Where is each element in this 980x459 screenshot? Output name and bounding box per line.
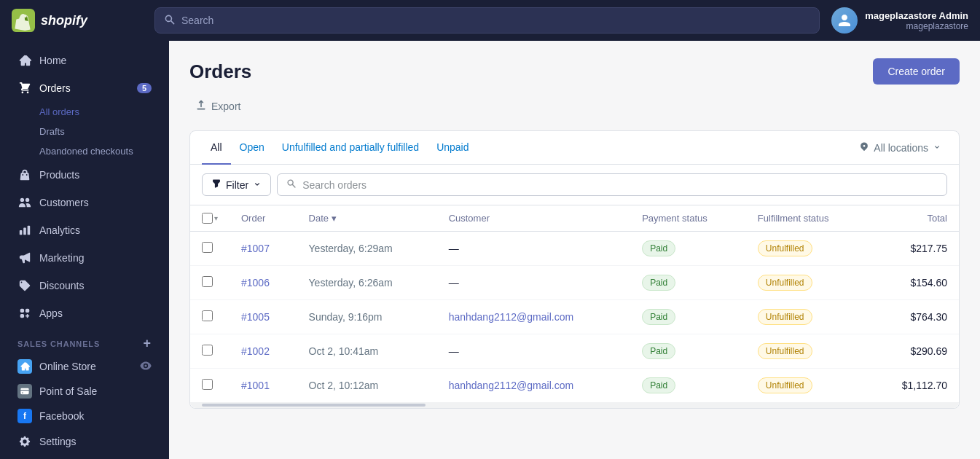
chevron-down-icon — [933, 142, 941, 154]
row-payment-status: Paid — [630, 300, 746, 334]
logo-text: shopify — [41, 13, 87, 28]
sidebar-item-marketing-label: Marketing — [39, 252, 84, 264]
analytics-icon — [17, 223, 32, 238]
tab-unfulfilled[interactable]: Unfulfilled and partially fulfilled — [273, 131, 428, 165]
row-checkbox-cell — [190, 232, 230, 266]
sidebar-item-home-label: Home — [39, 55, 66, 66]
row-checkbox[interactable] — [202, 276, 213, 287]
user-info: mageplazastore Admin mageplazastore — [865, 10, 968, 31]
th-order: Order — [230, 205, 297, 232]
sidebar-item-products[interactable]: Products — [6, 162, 163, 188]
online-store-settings-icon[interactable] — [140, 360, 152, 374]
sidebar-item-analytics[interactable]: Analytics — [6, 217, 163, 243]
table-row: #1001 Oct 2, 10:12am hanhdang2112@gmail.… — [190, 369, 959, 403]
order-link[interactable]: #1002 — [241, 345, 270, 357]
row-customer-empty: — — [449, 243, 459, 254]
location-pin-icon — [859, 141, 869, 154]
search-bar[interactable] — [154, 7, 820, 34]
sidebar-item-orders-label: Orders — [39, 82, 71, 94]
sidebar-item-home[interactable]: Home — [6, 47, 163, 74]
filter-icon — [211, 178, 222, 191]
select-all-chevron[interactable]: ▾ — [214, 214, 218, 222]
export-label: Export — [211, 101, 240, 112]
sidebar-item-settings[interactable]: Settings — [6, 428, 163, 455]
row-checkbox[interactable] — [202, 345, 213, 356]
tab-open[interactable]: Open — [231, 131, 273, 165]
page-header: Orders Create order — [189, 58, 960, 85]
sort-icon: ▾ — [332, 213, 337, 224]
row-date-text: Oct 2, 10:41am — [309, 345, 379, 357]
select-all-checkbox[interactable] — [202, 213, 213, 224]
row-checkbox[interactable] — [202, 242, 213, 253]
row-order: #1006 — [230, 266, 297, 300]
main-content: Orders Create order Export All Open — [169, 41, 980, 459]
tab-all[interactable]: All — [202, 131, 231, 165]
sales-channels-section-label: SALES CHANNELS + — [0, 327, 169, 354]
row-fulfillment-status: Unfulfilled — [746, 266, 869, 300]
row-date-text: Sunday, 9:16pm — [309, 311, 383, 323]
discounts-icon — [17, 278, 32, 293]
logo[interactable]: shopify — [12, 9, 143, 32]
sidebar-sub-item-all-orders[interactable]: All orders — [6, 103, 163, 121]
row-fulfillment-status: Unfulfilled — [746, 300, 869, 334]
row-fulfillment-status: Unfulfilled — [746, 232, 869, 266]
home-icon — [17, 53, 32, 68]
row-order: #1001 — [230, 369, 297, 403]
search-orders-input[interactable] — [302, 179, 938, 191]
row-total: $154.60 — [869, 266, 959, 300]
order-link[interactable]: #1007 — [241, 243, 270, 254]
sidebar-item-online-store[interactable]: Online Store — [6, 355, 163, 378]
customer-link[interactable]: hanhdang2112@gmail.com — [449, 380, 573, 391]
fulfillment-status-badge: Unfulfilled — [758, 377, 812, 393]
scroll-bar — [202, 404, 426, 407]
row-total: $1,112.70 — [869, 369, 959, 403]
row-customer: hanhdang2112@gmail.com — [437, 300, 631, 334]
search-orders-container[interactable] — [277, 173, 947, 196]
sidebar-sub-item-abandoned[interactable]: Abandoned checkouts — [6, 142, 163, 160]
search-icon — [164, 14, 176, 28]
row-total: $217.75 — [869, 232, 959, 266]
add-sales-channel-icon[interactable]: + — [144, 336, 152, 351]
filter-button[interactable]: Filter — [202, 173, 271, 196]
table-row: #1005 Sunday, 9:16pm hanhdang2112@gmail.… — [190, 300, 959, 334]
export-button[interactable]: Export — [189, 96, 246, 116]
user-area[interactable]: mageplazastore Admin mageplazastore — [831, 7, 968, 34]
drafts-label: Drafts — [39, 126, 65, 137]
sidebar-item-point-of-sale[interactable]: Point of Sale — [6, 380, 163, 403]
row-customer: — — [437, 232, 631, 266]
row-checkbox-cell — [190, 334, 230, 369]
order-link[interactable]: #1005 — [241, 311, 270, 323]
facebook-label: Facebook — [39, 410, 84, 422]
sidebar-item-apps[interactable]: Apps — [6, 300, 163, 326]
export-icon — [195, 99, 207, 113]
sidebar-item-apps-label: Apps — [39, 307, 63, 319]
page-title: Orders — [189, 60, 251, 83]
row-checkbox[interactable] — [202, 379, 213, 390]
row-payment-status: Paid — [630, 232, 746, 266]
row-total: $764.30 — [869, 300, 959, 334]
row-customer: hanhdang2112@gmail.com — [437, 369, 631, 403]
table-row: #1006 Yesterday, 6:26am — Paid Unfulfill… — [190, 266, 959, 300]
payment-status-badge: Paid — [642, 377, 675, 393]
tab-unpaid[interactable]: Unpaid — [428, 131, 477, 165]
abandoned-label: Abandoned checkouts — [39, 146, 133, 157]
sidebar-item-customers[interactable]: Customers — [6, 189, 163, 216]
location-filter-button[interactable]: All locations — [853, 136, 947, 160]
order-link[interactable]: #1001 — [241, 380, 270, 391]
order-link[interactable]: #1006 — [241, 277, 270, 289]
sidebar-item-facebook[interactable]: f Facebook — [6, 404, 163, 428]
row-date-text: Oct 2, 10:12am — [309, 380, 379, 391]
sidebar-item-customers-label: Customers — [39, 197, 89, 208]
customer-link[interactable]: hanhdang2112@gmail.com — [449, 311, 573, 323]
row-checkbox[interactable] — [202, 310, 213, 321]
row-date: Oct 2, 10:41am — [297, 334, 437, 369]
th-date[interactable]: Date ▾ — [297, 205, 437, 232]
online-store-label: Online Store — [39, 361, 96, 372]
search-input[interactable] — [181, 15, 810, 26]
sidebar-sub-item-drafts[interactable]: Drafts — [6, 122, 163, 141]
row-checkbox-cell — [190, 266, 230, 300]
sidebar-item-discounts[interactable]: Discounts — [6, 272, 163, 299]
create-order-button[interactable]: Create order — [873, 58, 960, 85]
sidebar-item-orders[interactable]: Orders 5 — [6, 75, 163, 101]
sidebar-item-marketing[interactable]: Marketing — [6, 245, 163, 271]
